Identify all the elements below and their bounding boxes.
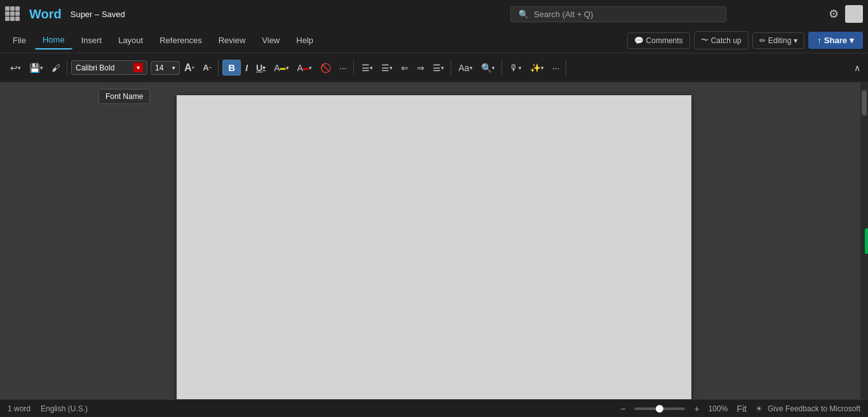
menu-insert[interactable]: Insert (74, 32, 110, 49)
underline-button[interactable]: U▾ (252, 60, 269, 76)
green-indicator-bar (865, 228, 868, 254)
undo-button[interactable]: ↩▾ (6, 60, 25, 76)
feedback-label: Give Feedback to Microsoft (768, 404, 860, 413)
voice-group: 🎙▾ ✨▾ ··· (503, 60, 567, 76)
title-bar: Word Super – Saved 🔍 Search (Alt + Q) ⚙ (0, 0, 868, 28)
menu-home[interactable]: Home (35, 31, 72, 50)
editing-button[interactable]: ✏ Editing ▾ (752, 32, 805, 49)
comments-button[interactable]: 💬 Comments (627, 32, 690, 49)
collapse-ribbon-button[interactable]: ∧ (850, 60, 864, 76)
menu-help[interactable]: Help (288, 32, 321, 49)
font-name-value: Calibri Bold (76, 63, 114, 72)
bullets-button[interactable]: ☰▾ (358, 60, 377, 76)
dictate-button[interactable]: 🎙▾ (506, 60, 526, 76)
more-format-button[interactable]: ··· (336, 60, 351, 76)
format-painter-button[interactable]: 🖌 (48, 60, 64, 76)
share-button[interactable]: ↑ Share ▾ (808, 32, 863, 49)
zoom-slider[interactable] (634, 407, 685, 410)
document-page[interactable] (177, 95, 691, 399)
status-bar: 1 word English (U.S.) − + 100% Fit ☀ Giv… (0, 399, 868, 417)
zoom-in-button[interactable]: + (690, 401, 703, 416)
decrease-indent-button[interactable]: ⇐ (397, 60, 412, 76)
highlight-button[interactable]: A▬▾ (270, 60, 292, 76)
doc-title: Super – Saved (71, 10, 125, 19)
search-placeholder: Search (Alt + Q) (534, 10, 593, 19)
fit-button[interactable]: Fit (733, 401, 750, 416)
find-button[interactable]: 🔍▾ (477, 60, 499, 76)
share-icon: ↑ (817, 36, 822, 45)
waffle-icon[interactable] (5, 6, 20, 22)
word-count: 1 word (8, 404, 31, 413)
settings-button[interactable]: ⚙ (826, 4, 841, 23)
catchup-button[interactable]: 〜 Catch up (694, 31, 749, 50)
catchup-icon: 〜 (701, 35, 709, 46)
title-bar-center: 🔍 Search (Alt + Q) (416, 6, 821, 22)
document-layout (0, 83, 868, 399)
font-color-button[interactable]: A▬▾ (294, 60, 316, 76)
scroll-thumb[interactable] (862, 90, 867, 116)
zoom-percent: 100% (709, 404, 728, 413)
shrink-font-button[interactable]: A− (199, 60, 215, 75)
menu-bar-right: 💬 Comments 〜 Catch up ✏ Editing ▾ ↑ Shar… (627, 31, 863, 50)
overflow-button[interactable]: ··· (548, 60, 564, 76)
search-icon: 🔍 (519, 10, 529, 19)
profile-avatar[interactable] (845, 5, 863, 23)
status-bar-right: − + 100% Fit ☀ Give Feedback to Microsof… (616, 401, 860, 416)
italic-button[interactable]: I (241, 60, 252, 76)
designer-button[interactable]: ✨▾ (526, 60, 548, 76)
zoom-slider-thumb (656, 405, 663, 413)
word-logo: Word (29, 7, 62, 22)
menu-references[interactable]: References (152, 32, 209, 49)
editing-icon: ✏ (759, 36, 766, 45)
display-settings-icon: ☀ (756, 404, 763, 413)
grow-font-button[interactable]: A+ (180, 60, 198, 76)
clear-format-button[interactable]: 🚫 (316, 60, 335, 76)
title-bar-left: Word Super – Saved (5, 6, 410, 22)
styles-group: Aa▾ 🔍▾ (452, 60, 502, 76)
styles-button[interactable]: Aa▾ (455, 60, 477, 76)
font-size-arrow: ▾ (172, 65, 175, 71)
menu-review[interactable]: Review (211, 32, 254, 49)
font-name-dropdown[interactable]: Calibri Bold ▾ (71, 60, 147, 75)
zoom-out-button[interactable]: − (616, 401, 629, 416)
save-button[interactable]: 💾▾ (25, 60, 47, 76)
font-size-value: 14 (155, 63, 163, 72)
menu-file[interactable]: File (5, 32, 34, 49)
fit-label: Fit (736, 404, 747, 414)
paragraph-group: ☰▾ ☰▾ ⇐ ⇒ ☰▾ (355, 60, 451, 76)
increase-indent-button[interactable]: ⇒ (413, 60, 428, 76)
menu-bar: File Home Insert Layout References Revie… (0, 28, 868, 53)
menu-view[interactable]: View (254, 32, 287, 49)
search-box[interactable]: 🔍 Search (Alt + Q) (510, 6, 726, 22)
editing-chevron-icon: ▾ (794, 36, 797, 45)
font-group: Calibri Bold ▾ 14 ▾ A+ A− (69, 60, 219, 76)
undo-group: ↩▾ 💾▾ 🖌 (4, 60, 67, 76)
comments-icon: 💬 (634, 36, 644, 45)
share-chevron-icon: ▾ (850, 36, 854, 45)
numbered-button[interactable]: ☰▾ (377, 60, 397, 76)
title-bar-right: ⚙ (826, 4, 863, 23)
font-name-arrow[interactable]: ▾ (133, 63, 143, 72)
toolbar: ↩▾ 💾▾ 🖌 Calibri Bold ▾ 14 ▾ A+ A− B I U▾… (0, 53, 868, 83)
document-area (0, 83, 868, 399)
language: English (U.S.) (41, 404, 88, 413)
zoom-slider-container (634, 407, 685, 410)
format-group: B I U▾ A▬▾ A▬▾ 🚫 ··· (220, 60, 353, 76)
align-button[interactable]: ☰▾ (429, 60, 448, 76)
bold-button[interactable]: B (222, 60, 241, 76)
menu-layout[interactable]: Layout (111, 32, 151, 49)
font-size-dropdown[interactable]: 14 ▾ (151, 61, 180, 75)
